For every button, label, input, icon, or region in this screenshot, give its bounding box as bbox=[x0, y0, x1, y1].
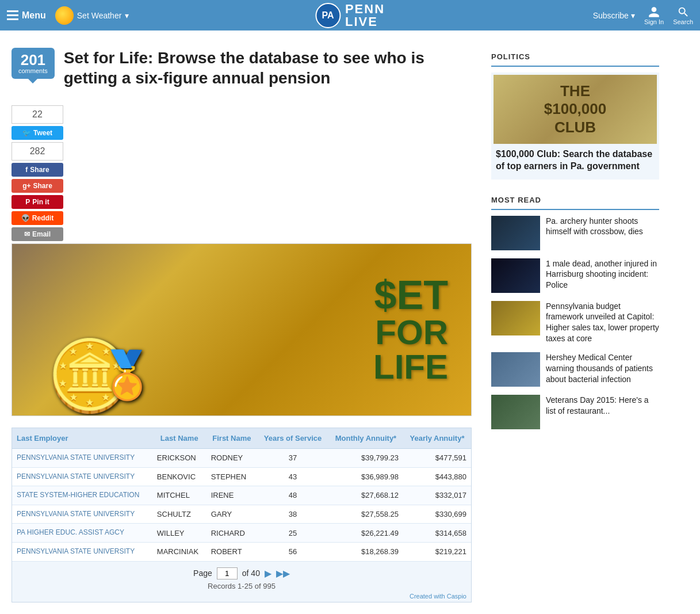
search-icon bbox=[677, 6, 690, 18]
reddit-button[interactable]: 👽 Reddit bbox=[12, 211, 63, 225]
email-icon: ✉ bbox=[24, 230, 30, 238]
cell-yearly: $477,591 bbox=[403, 449, 471, 468]
share-count: 282 bbox=[12, 142, 63, 161]
cell-monthly: $26,221.49 bbox=[328, 524, 403, 543]
most-read-item-title: Hershey Medical Center warning thousands… bbox=[546, 352, 659, 385]
col-yearly[interactable]: Yearly Annuity* bbox=[403, 428, 471, 449]
tweet-count: 22 bbox=[12, 105, 63, 124]
cell-years: 25 bbox=[257, 524, 328, 543]
col-monthly[interactable]: Monthly Annuity* bbox=[328, 428, 403, 449]
table-row: PENNSYLVANIA STATE UNIVERSITY MARCINIAK … bbox=[12, 542, 471, 561]
cell-yearly: $332,017 bbox=[403, 486, 471, 505]
col-years[interactable]: Years of Service bbox=[257, 428, 328, 449]
tweet-button[interactable]: 🐦 Tweet bbox=[12, 126, 63, 140]
cell-first-name: RICHARD bbox=[206, 524, 257, 543]
hamburger-icon bbox=[7, 10, 18, 20]
cell-years: 37 bbox=[257, 449, 328, 468]
gplus-icon: g+ bbox=[22, 182, 30, 190]
weather-chevron-icon: ▾ bbox=[125, 11, 129, 20]
social-sidebar: 22 🐦 Tweet 282 f Share g+ Share P Pin it bbox=[12, 105, 63, 243]
cell-monthly: $18,268.39 bbox=[328, 542, 403, 561]
next-page-button[interactable]: ▶ bbox=[265, 568, 271, 579]
database-table-container: Last Employer Last Name First Name Years… bbox=[12, 428, 472, 602]
main-container: 201 comments Set for Life: Browse the da… bbox=[0, 30, 700, 614]
cell-yearly: $219,221 bbox=[403, 542, 471, 561]
caspio-credit: Created with Caspio bbox=[12, 593, 471, 602]
most-read-item-title: Veterans Day 2015: Here's a list of rest… bbox=[546, 395, 659, 417]
reddit-label: Reddit bbox=[32, 214, 53, 222]
hero-visual: 🪙 🏅 $ET FOR LIFE bbox=[12, 244, 471, 415]
featured-title: $100,000 Club: Search the database of to… bbox=[494, 148, 657, 177]
tweet-label: Tweet bbox=[33, 129, 52, 137]
most-read-list: Pa. archery hunter shoots himself with c… bbox=[491, 216, 659, 430]
page-input[interactable] bbox=[217, 567, 238, 579]
cell-years: 48 bbox=[257, 486, 328, 505]
cell-years: 43 bbox=[257, 467, 328, 486]
cell-last-name: MARCINIAK bbox=[152, 542, 206, 561]
table-row: PA HIGHER EDUC. ASSIST AGCY WILLEY RICHA… bbox=[12, 524, 471, 543]
cell-employer: PENNSYLVANIA STATE UNIVERSITY bbox=[12, 467, 152, 486]
col-last-name[interactable]: Last Name bbox=[152, 428, 206, 449]
menu-label: Menu bbox=[22, 10, 46, 21]
facebook-label: Share bbox=[30, 166, 49, 174]
menu-button[interactable]: Menu bbox=[7, 10, 46, 21]
cell-last-name: WILLEY bbox=[152, 524, 206, 543]
pinterest-button[interactable]: P Pin it bbox=[12, 195, 63, 209]
facebook-button[interactable]: f Share bbox=[12, 163, 63, 177]
logo-live: LIVE bbox=[345, 16, 378, 28]
sidebar-featured[interactable]: THE$100,000CLUB $100,000 Club: Search th… bbox=[491, 73, 659, 180]
pinterest-label: Pin it bbox=[32, 198, 49, 206]
cell-years: 38 bbox=[257, 505, 328, 524]
gplus-button[interactable]: g+ Share bbox=[12, 179, 63, 193]
hero-text: $ET FOR LIFE bbox=[373, 275, 448, 384]
header-right: Subscribe ▾ Sign In Search bbox=[593, 6, 693, 25]
most-read-thumbnail bbox=[491, 258, 540, 293]
weather-button[interactable]: Set Weather ▾ bbox=[55, 6, 129, 25]
cell-employer: PENNSYLVANIA STATE UNIVERSITY bbox=[12, 542, 152, 561]
subscribe-button[interactable]: Subscribe ▾ bbox=[593, 11, 635, 20]
most-read-item[interactable]: Veterans Day 2015: Here's a list of rest… bbox=[491, 395, 659, 429]
most-read-item[interactable]: Pennsylvania budget framework unveiled a… bbox=[491, 301, 659, 345]
weather-label: Set Weather bbox=[77, 11, 122, 20]
featured-image: THE$100,000CLUB bbox=[494, 75, 657, 144]
comment-count: 201 bbox=[18, 52, 48, 67]
subscribe-chevron-icon: ▾ bbox=[631, 11, 635, 20]
email-button[interactable]: ✉ Email bbox=[12, 227, 63, 241]
most-read-item[interactable]: Hershey Medical Center warning thousands… bbox=[491, 352, 659, 387]
twitter-icon: 🐦 bbox=[22, 129, 31, 137]
search-button[interactable]: Search bbox=[673, 6, 693, 25]
sidebar: POLITICS THE$100,000CLUB $100,000 Club: … bbox=[483, 42, 667, 614]
page-label: Page bbox=[193, 569, 212, 578]
cell-employer: PA HIGHER EDUC. ASSIST AGCY bbox=[12, 524, 152, 543]
of-pages-label: of 40 bbox=[242, 569, 260, 578]
most-read-item[interactable]: Pa. archery hunter shoots himself with c… bbox=[491, 216, 659, 250]
most-read-item[interactable]: 1 male dead, another injured in Harrisbu… bbox=[491, 258, 659, 293]
last-page-button[interactable]: ▶▶ bbox=[276, 568, 290, 579]
most-read-thumbnail bbox=[491, 301, 540, 335]
logo-pa-badge: PA bbox=[315, 3, 341, 28]
comment-bubble[interactable]: 201 comments bbox=[12, 48, 55, 79]
cell-first-name: GARY bbox=[206, 505, 257, 524]
article-title: Set for Life: Browse the database to see… bbox=[64, 48, 472, 88]
cell-first-name: RODNEY bbox=[206, 449, 257, 468]
bars-icon: 🏅 bbox=[98, 352, 156, 398]
table-row: STATE SYSTEM-HIGHER EDUCATION MITCHEL IR… bbox=[12, 486, 471, 505]
cell-yearly: $314,658 bbox=[403, 524, 471, 543]
cell-years: 56 bbox=[257, 542, 328, 561]
logo-penn: PENN bbox=[345, 3, 385, 16]
pagination-row: Page of 40 ▶ ▶▶ bbox=[12, 562, 471, 582]
header-left: Menu Set Weather ▾ bbox=[7, 6, 593, 25]
col-first-name[interactable]: First Name bbox=[206, 428, 257, 449]
database-table: Last Employer Last Name First Name Years… bbox=[12, 428, 471, 562]
politics-section: POLITICS THE$100,000CLUB $100,000 Club: … bbox=[491, 48, 659, 180]
col-employer[interactable]: Last Employer bbox=[12, 428, 152, 449]
cell-last-name: MITCHEL bbox=[152, 486, 206, 505]
header-logo[interactable]: PA PENN LIVE bbox=[315, 3, 385, 28]
weather-icon bbox=[55, 6, 74, 25]
cell-monthly: $27,558.25 bbox=[328, 505, 403, 524]
sign-in-button[interactable]: Sign In bbox=[644, 6, 664, 25]
site-header: Menu Set Weather ▾ PA PENN LIVE Subscrib… bbox=[0, 0, 700, 30]
most-read-section: MOST READ Pa. archery hunter shoots hims… bbox=[491, 191, 659, 430]
article-body-wrap: 22 🐦 Tweet 282 f Share g+ Share P Pin it bbox=[12, 100, 472, 608]
subscribe-label: Subscribe bbox=[593, 11, 629, 20]
